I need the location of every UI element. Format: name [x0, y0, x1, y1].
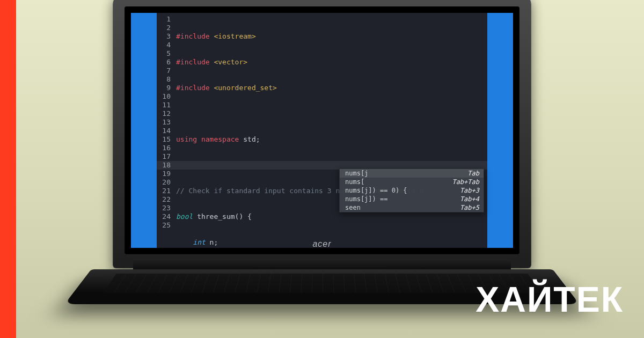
laptop-lid: 1 2 3 4 5 6 7 8 9 10 11 12 13 14	[113, 0, 531, 268]
code-line	[176, 109, 424, 118]
code-line: bool three_sum() {	[176, 212, 424, 221]
line-number: 24	[157, 212, 174, 221]
line-number: 17	[157, 152, 174, 161]
line-number: 19	[157, 170, 174, 178]
autocomplete-item[interactable]: nums[ Tab+Tab	[340, 178, 484, 186]
code-editor[interactable]: 1 2 3 4 5 6 7 8 9 10 11 12 13 14	[157, 13, 487, 248]
autocomplete-label: nums[	[345, 178, 364, 186]
code-line: #include <vector>	[176, 58, 424, 67]
vendor-logo: acer	[312, 239, 331, 249]
line-number: 7	[157, 67, 174, 75]
line-number: 25	[157, 221, 174, 230]
line-number: 11	[157, 101, 174, 109]
autocomplete-key: Tab+3	[460, 186, 479, 195]
desktop-wallpaper: 1 2 3 4 5 6 7 8 9 10 11 12 13 14	[131, 13, 513, 248]
autocomplete-key: Tab	[467, 169, 479, 178]
line-number: 12	[157, 109, 174, 118]
screen-bezel: 1 2 3 4 5 6 7 8 9 10 11 12 13 14	[125, 6, 519, 254]
autocomplete-item[interactable]: nums[j]) == 0) { Tab+3	[340, 186, 484, 195]
autocomplete-key: Tab+4	[460, 195, 479, 203]
line-number: 18	[157, 161, 174, 170]
code-area[interactable]: #include <iostream> #include <vector> #i…	[176, 15, 424, 248]
autocomplete-item[interactable]: nums[j]) == Tab+4	[340, 195, 484, 203]
line-number: 3	[157, 32, 174, 41]
line-number-gutter: 1 2 3 4 5 6 7 8 9 10 11 12 13 14	[157, 15, 174, 230]
line-number: 5	[157, 49, 174, 58]
line-number: 10	[157, 92, 174, 101]
autocomplete-label: seen	[345, 203, 361, 212]
autocomplete-item[interactable]: nums[j Tab	[340, 169, 484, 178]
brand-text: ХАЙТЕК	[475, 279, 624, 320]
line-number: 20	[157, 178, 174, 187]
line-number: 16	[157, 144, 174, 152]
line-number: 6	[157, 58, 174, 67]
autocomplete-label: nums[j]) ==	[345, 195, 387, 203]
line-number: 21	[157, 187, 174, 195]
autocomplete-key: Tab+Tab	[452, 178, 479, 186]
autocomplete-key: Tab+5	[460, 203, 479, 212]
laptop: 1 2 3 4 5 6 7 8 9 10 11 12 13 14	[113, 0, 531, 327]
autocomplete-label: nums[j]) == 0) {	[345, 186, 407, 195]
autocomplete-popup[interactable]: nums[j Tab nums[ Tab+Tab nums[j]) == 0) …	[339, 168, 484, 212]
line-number: 23	[157, 204, 174, 212]
code-line: int n;	[176, 238, 424, 247]
line-number: 2	[157, 24, 174, 32]
line-number: 22	[157, 195, 174, 204]
line-number: 4	[157, 41, 174, 49]
autocomplete-item[interactable]: seen Tab+5	[340, 203, 484, 212]
line-number: 15	[157, 135, 174, 144]
line-number: 1	[157, 15, 174, 24]
line-number: 9	[157, 84, 174, 92]
autocomplete-label: nums[j	[345, 169, 368, 178]
code-line: #include <iostream>	[176, 32, 424, 41]
code-line: using namespace std;	[176, 135, 424, 144]
accent-stripe	[0, 0, 16, 338]
code-line: #include <unordered_set>	[176, 84, 424, 92]
line-number: 13	[157, 118, 174, 127]
line-number: 8	[157, 75, 174, 84]
line-number: 14	[157, 127, 174, 135]
